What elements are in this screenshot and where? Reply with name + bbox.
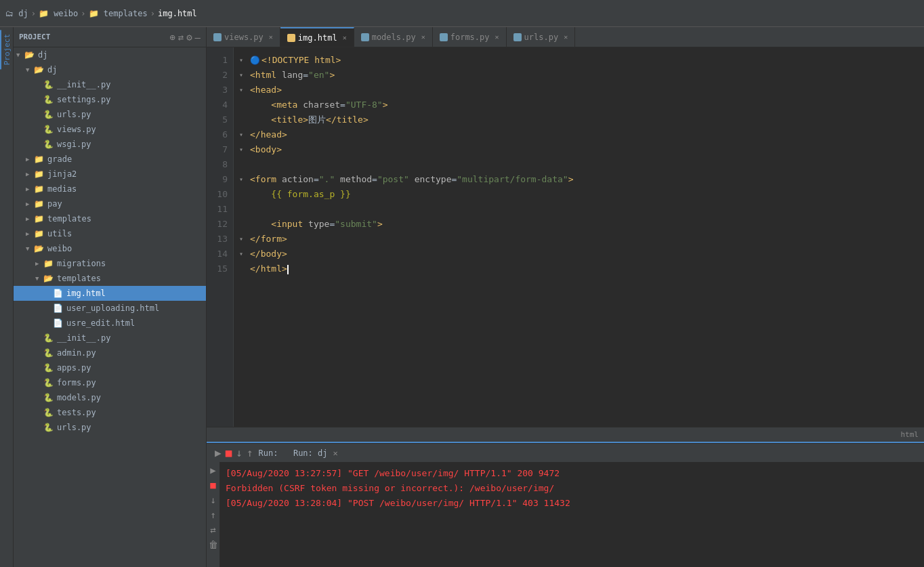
bottom-left-actions: ▶ ■ ↓ ↑ ⇄ 🗑 xyxy=(207,462,220,567)
tree-item-templates-root[interactable]: ▶ 📁 templates xyxy=(14,211,206,226)
code-text-5: <title>图片</title> xyxy=(250,112,369,127)
code-text-10: {{ form.as_p }} xyxy=(250,187,351,202)
code-text-12: <input type="submit"> xyxy=(250,217,383,232)
main-layout: Project Project ⊕ ⇄ ⚙ — ▼ 📂 dj ▼ 📂 dj 🐍 … xyxy=(0,27,924,567)
run-tab-label[interactable]: Run: xyxy=(259,448,288,458)
code-line-13: ▾</form> xyxy=(239,232,924,247)
tree-item-init-py[interactable]: 🐍 __init__.py xyxy=(14,77,206,92)
fold-arrow-6[interactable]: ▾ xyxy=(239,127,250,142)
code-text-13: </form> xyxy=(250,232,287,247)
tab-views-tab[interactable]: views.py ✕ xyxy=(207,27,280,47)
run-stop-icon[interactable]: ■ xyxy=(226,446,232,459)
fold-arrow-13[interactable]: ▾ xyxy=(239,232,250,247)
tree-item-urls-py[interactable]: 🐍 urls.py xyxy=(14,107,206,122)
run-actions: ▶ ■ ↓ ↑ xyxy=(215,446,253,459)
tree-item-views-py[interactable]: 🐍 views.py xyxy=(14,122,206,137)
tab-label-models-tab: models.py xyxy=(372,33,416,42)
line-num-3: 3 xyxy=(207,83,233,98)
code-area[interactable]: ▾🔵<!DOCTYPE html>▾<html lang="en">▾<head… xyxy=(234,47,924,427)
tab-forms-tab[interactable]: forms.py ✕ xyxy=(433,27,507,47)
editor-area: views.py ✕ img.html ✕ models.py ✕ forms.… xyxy=(207,27,924,442)
fold-arrow-14[interactable]: ▾ xyxy=(239,247,250,261)
tree-item-weibo-folder[interactable]: ▼ 📂 weibo xyxy=(14,241,206,256)
code-text-7: <body> xyxy=(250,142,282,157)
fold-arrow-2[interactable]: ▾ xyxy=(239,68,250,83)
minimize-icon[interactable]: — xyxy=(195,32,201,43)
sep3: › xyxy=(150,9,155,18)
line-num-15: 15 xyxy=(207,261,233,276)
sidebar: Project ⊕ ⇄ ⚙ — ▼ 📂 dj ▼ 📂 dj 🐍 __init__… xyxy=(14,27,207,567)
tree-item-weibo-templates-folder[interactable]: ▼ 📂 templates xyxy=(14,271,206,286)
code-text-1: <!DOCTYPE html> xyxy=(261,53,341,68)
tab-close-urls-tab[interactable]: ✕ xyxy=(564,33,568,41)
code-line-12: <input type="submit"> xyxy=(239,217,924,232)
fold-arrow-1[interactable]: ▾ xyxy=(239,53,250,68)
scroll-up-icon[interactable]: ↑ xyxy=(247,446,253,459)
run-close-btn[interactable]: ✕ xyxy=(333,448,338,458)
sep2: › xyxy=(81,9,85,18)
settings-icon[interactable]: ⚙ xyxy=(186,32,192,43)
tab-close-models-tab[interactable]: ✕ xyxy=(421,33,425,41)
run-action-3[interactable]: ↓ xyxy=(210,495,215,505)
editor-content: 123456789101112131415 ▾🔵<!DOCTYPE html>▾… xyxy=(207,47,924,427)
tab-img-tab[interactable]: img.html ✕ xyxy=(280,27,354,47)
sidebar-header: Project ⊕ ⇄ ⚙ — xyxy=(14,27,206,47)
tree-item-img-html[interactable]: 📄 img.html xyxy=(14,286,206,301)
tree-item-forms-py[interactable]: 🐍 forms.py xyxy=(14,375,206,390)
code-text-3: <head> xyxy=(250,83,282,98)
tree-item-models-py[interactable]: 🐍 models.py xyxy=(14,390,206,405)
tree-item-dj-folder[interactable]: ▼ 📂 dj xyxy=(14,62,206,77)
templates-crumb[interactable]: 📁 templates xyxy=(89,9,148,18)
tab-close-views-tab[interactable]: ✕ xyxy=(269,33,273,41)
run-stop-action[interactable]: ■ xyxy=(210,480,215,490)
tab-close-img-tab[interactable]: ✕ xyxy=(343,34,347,41)
file-crumb: img.html xyxy=(158,9,197,18)
tab-close-forms-tab[interactable]: ✕ xyxy=(495,33,499,41)
cursor xyxy=(287,265,289,274)
tree-item-weibo-init-py[interactable]: 🐍 __init__.py xyxy=(14,331,206,345)
code-line-6: ▾</head> xyxy=(239,127,924,142)
tree-item-medias-folder[interactable]: ▶ 📁 medias xyxy=(14,182,206,196)
run-restart-icon[interactable]: ▶ xyxy=(215,446,222,459)
project-action[interactable]: Project xyxy=(0,30,13,69)
run-action-5[interactable]: ⇄ xyxy=(210,524,215,535)
tree-item-weibo-urls-py[interactable]: 🐍 urls.py xyxy=(14,420,206,435)
run-action-1[interactable]: ▶ xyxy=(210,465,215,476)
tree-item-dj-root[interactable]: ▼ 📂 dj xyxy=(14,47,206,62)
tree-item-apps-py[interactable]: 🐍 apps.py xyxy=(14,360,206,375)
weibo-crumb[interactable]: 📁 weibo xyxy=(39,9,78,18)
fold-arrow-7[interactable]: ▾ xyxy=(239,142,250,157)
run-dj-label: Run: dj xyxy=(293,448,328,458)
tab-bar: views.py ✕ img.html ✕ models.py ✕ forms.… xyxy=(207,27,924,47)
tree-item-utils-folder[interactable]: ▶ 📁 utils xyxy=(14,226,206,241)
tree-item-jinja2-folder[interactable]: ▶ 📁 jinja2 xyxy=(14,167,206,182)
python-gutter-icon: 🔵 xyxy=(250,53,260,68)
tab-models-tab[interactable]: models.py ✕ xyxy=(354,27,433,47)
line-num-12: 12 xyxy=(207,217,233,232)
tree-item-tests-py[interactable]: 🐍 tests.py xyxy=(14,405,206,420)
scroll-down-icon[interactable]: ↓ xyxy=(236,446,243,459)
tree-item-usre-edit-html[interactable]: 📄 usre_edit.html xyxy=(14,316,206,331)
add-icon[interactable]: ⊕ xyxy=(169,32,175,43)
tree-item-migrations-folder[interactable]: ▶ 📁 migrations xyxy=(14,256,206,271)
breadcrumb: 🗂 dj › 📁 weibo › 📁 templates › img.html xyxy=(5,9,197,18)
tab-urls-tab[interactable]: urls.py ✕ xyxy=(507,27,576,47)
tree-item-admin-py[interactable]: 🐍 admin.py xyxy=(14,345,206,360)
run-action-6[interactable]: 🗑 xyxy=(209,539,218,550)
tree-item-pay-folder[interactable]: ▶ 📁 pay xyxy=(14,196,206,211)
tree-item-user-uploading-html[interactable]: 📄 user_uploading.html xyxy=(14,301,206,316)
tree-item-grade-folder[interactable]: ▶ 📁 grade xyxy=(14,152,206,167)
dj-crumb[interactable]: 🗂 dj xyxy=(5,9,28,18)
tree-item-wsgi-py[interactable]: 🐍 wsgi.py xyxy=(14,137,206,152)
tree-item-settings-py[interactable]: 🐍 settings.py xyxy=(14,92,206,107)
run-action-4[interactable]: ↑ xyxy=(210,509,215,520)
line-num-9: 9 xyxy=(207,172,233,187)
sync-icon[interactable]: ⇄ xyxy=(178,32,184,43)
code-line-15: </html> xyxy=(239,261,924,276)
code-text-6: </head> xyxy=(250,127,287,142)
tab-label-img-tab: img.html xyxy=(298,33,337,43)
line-num-10: 10 xyxy=(207,187,233,202)
fold-arrow-3[interactable]: ▾ xyxy=(239,83,250,98)
fold-arrow-9[interactable]: ▾ xyxy=(239,172,250,187)
code-line-14: ▾</body> xyxy=(239,247,924,261)
